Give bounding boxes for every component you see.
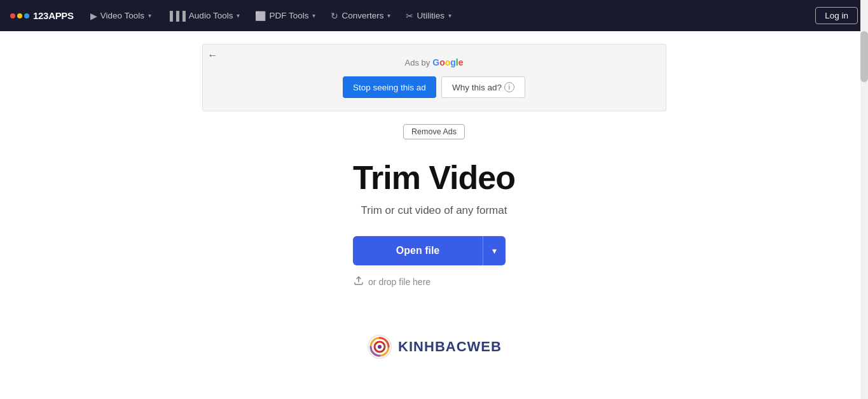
watermark-logo: KINHBACWEB	[366, 333, 502, 360]
logo-link[interactable]: 123APPS	[10, 10, 74, 21]
chevron-down-icon: ▾	[492, 246, 497, 256]
pdf-icon: ⬜	[255, 11, 266, 21]
login-button[interactable]: Log in	[815, 7, 858, 24]
chevron-down-icon: ▾	[237, 12, 240, 19]
audio-icon: ▐▐▐	[167, 11, 186, 21]
nav-label-utilities: Utilities	[417, 11, 444, 20]
nav-item-video-tools[interactable]: ▶ Video Tools ▾	[84, 7, 158, 25]
nav-label-converters: Converters	[341, 11, 383, 20]
navbar: 123APPS ▶ Video Tools ▾ ▐▐▐ Audio Tools …	[0, 0, 868, 31]
ad-back-arrow[interactable]: ←	[208, 50, 218, 61]
scrollbar-track[interactable]	[860, 0, 868, 386]
ad-container: ← Ads by Google Stop seeing this ad Why …	[202, 44, 666, 111]
page-subtitle: Trim or cut video of any format	[353, 204, 515, 217]
converters-icon: ↻	[331, 11, 338, 21]
open-file-wrapper: Open file ▾	[353, 236, 506, 265]
utilities-icon: ✂	[406, 11, 413, 21]
chevron-down-icon: ▾	[387, 12, 390, 19]
ads-by-text: Ads by	[404, 58, 430, 67]
nav-label-audio-tools: Audio Tools	[189, 11, 233, 20]
chevron-down-icon: ▾	[312, 12, 315, 19]
nav-item-converters[interactable]: ↻ Converters ▾	[324, 7, 397, 25]
nav-item-pdf-tools[interactable]: ⬜ PDF Tools ▾	[249, 7, 322, 25]
stop-seeing-ad-button[interactable]: Stop seeing this ad	[343, 76, 436, 98]
why-this-ad-button[interactable]: Why this ad? i	[441, 76, 525, 98]
watermark-text: KINHBACWEB	[398, 339, 502, 355]
scrollbar-thumb[interactable]	[860, 31, 868, 82]
drop-label: or drop file here	[368, 277, 431, 287]
video-icon: ▶	[90, 11, 97, 21]
nav-label-pdf-tools: PDF Tools	[269, 11, 308, 20]
open-file-button[interactable]: Open file	[353, 236, 483, 265]
svg-point-3	[378, 345, 382, 349]
ad-by-google-label: Ads by Google	[222, 57, 647, 67]
chevron-down-icon: ▾	[448, 12, 451, 19]
upload-icon	[353, 274, 364, 289]
nav-item-audio-tools[interactable]: ▐▐▐ Audio Tools ▾	[160, 7, 246, 25]
logo-dots	[10, 13, 29, 18]
nav-item-utilities[interactable]: ✂ Utilities ▾	[399, 7, 458, 25]
main-content: ← Ads by Google Stop seeing this ad Why …	[0, 31, 868, 386]
drop-area: or drop file here	[353, 274, 515, 289]
hero-section: Trim Video Trim or cut video of any form…	[353, 158, 515, 289]
watermark-icon	[366, 333, 393, 360]
dot-yellow	[17, 13, 22, 18]
dot-red	[10, 13, 15, 18]
info-icon: i	[504, 82, 514, 92]
why-ad-label: Why this ad?	[452, 83, 502, 92]
remove-ads-button[interactable]: Remove Ads	[403, 124, 465, 139]
page-title: Trim Video	[353, 158, 515, 197]
chevron-down-icon: ▾	[148, 12, 151, 19]
open-file-dropdown-button[interactable]: ▾	[483, 236, 506, 265]
nav-label-video-tools: Video Tools	[100, 11, 144, 20]
logo-text: 123APPS	[33, 10, 74, 21]
google-text: Google	[432, 57, 463, 67]
dot-blue	[24, 13, 29, 18]
ad-buttons: Stop seeing this ad Why this ad? i	[222, 76, 647, 98]
